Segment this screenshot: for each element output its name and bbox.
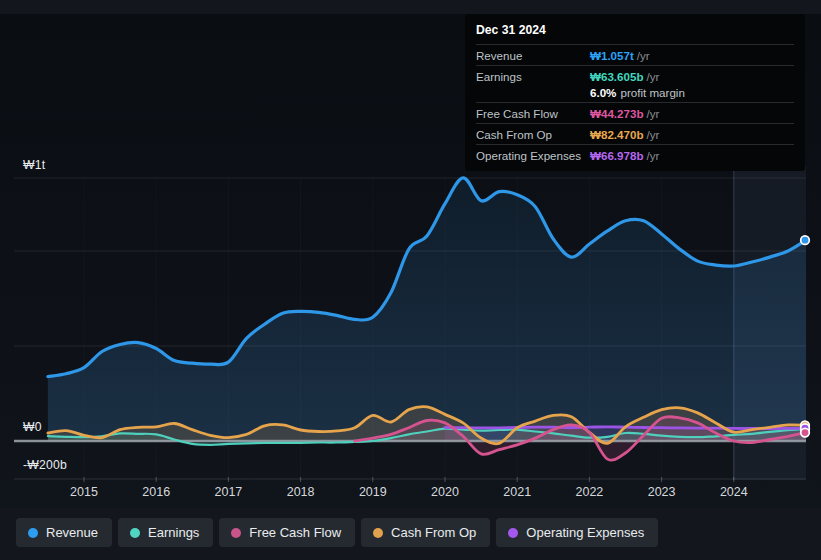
tooltip-label: Operating Expenses xyxy=(476,149,590,162)
tooltip-row-revenue: Revenue ₩1.057t/yr xyxy=(476,44,794,65)
revenue-endpoint-dot xyxy=(801,236,810,245)
tooltip-unit: /yr xyxy=(647,149,660,162)
legend-item-revenue[interactable]: Revenue xyxy=(16,518,112,547)
legend-item-operating-expenses[interactable]: Operating Expenses xyxy=(496,518,658,547)
x-axis-label-2021: 2021 xyxy=(503,485,531,499)
tooltip-date: Dec 31 2024 xyxy=(476,14,794,44)
tooltip-value: ₩44.273b/yr xyxy=(590,107,794,120)
tooltip-unit: /yr xyxy=(647,107,660,120)
legend-label: Revenue xyxy=(46,525,98,540)
tooltip-row-free-cash-flow: Free Cash Flow ₩44.273b/yr xyxy=(476,102,794,123)
tooltip-value: ₩63.605b/yr xyxy=(590,70,659,83)
x-axis-label-2020: 2020 xyxy=(431,485,459,499)
tooltip-label: Revenue xyxy=(476,49,590,62)
financials-history-screen: 2015201620172018201920202021202220232024… xyxy=(0,0,821,560)
tooltip-value: ₩82.470b/yr xyxy=(590,128,794,141)
tooltip-label: Free Cash Flow xyxy=(476,107,590,120)
profit-margin-text: profit margin xyxy=(620,86,684,99)
y-axis-label-1t: ₩1t xyxy=(23,159,45,172)
y-axis-label-zero: ₩0 xyxy=(23,421,42,434)
earnings-legend-dot-icon xyxy=(130,528,140,538)
free-cash-flow-legend-dot-icon xyxy=(231,528,241,538)
legend-item-free-cash-flow[interactable]: Free Cash Flow xyxy=(219,518,355,547)
x-axis-label-2024: 2024 xyxy=(720,485,748,499)
chart-legend: Revenue Earnings Free Cash Flow Cash Fro… xyxy=(16,518,658,547)
x-axis-label-2016: 2016 xyxy=(142,485,170,499)
tooltip-label: Cash From Op xyxy=(476,128,590,141)
tooltip-row-earnings: Earnings ₩63.605b/yr 6.0%profit margin xyxy=(476,65,794,102)
operating-expenses-legend-dot-icon xyxy=(508,528,518,538)
tooltip-value: ₩66.978b/yr xyxy=(590,149,794,162)
y-axis-label-neg200b: -₩200b xyxy=(23,459,67,472)
cash-from-op-legend-dot-icon xyxy=(373,528,383,538)
tooltip-unit: /yr xyxy=(647,70,660,83)
tooltip-label: Earnings xyxy=(476,70,590,83)
legend-label: Operating Expenses xyxy=(526,525,644,540)
legend-item-cash-from-op[interactable]: Cash From Op xyxy=(361,518,490,547)
tooltip-value: ₩1.057t/yr xyxy=(590,49,794,62)
x-axis-label-2015: 2015 xyxy=(70,485,98,499)
legend-label: Free Cash Flow xyxy=(249,525,341,540)
legend-label: Cash From Op xyxy=(391,525,476,540)
tooltip-row-operating-expenses: Operating Expenses ₩66.978b/yr xyxy=(476,144,794,165)
x-axis-label-2019: 2019 xyxy=(359,485,387,499)
x-axis-label-2022: 2022 xyxy=(575,485,603,499)
tooltip-unit: /yr xyxy=(647,128,660,141)
x-axis-label-2018: 2018 xyxy=(287,485,315,499)
revenue-legend-dot-icon xyxy=(28,528,38,538)
tooltip-row-cash-from-op: Cash From Op ₩82.470b/yr xyxy=(476,123,794,144)
legend-item-earnings[interactable]: Earnings xyxy=(118,518,213,547)
profit-margin-row: 6.0%profit margin xyxy=(590,86,794,99)
x-axis-label-2017: 2017 xyxy=(214,485,242,499)
profit-margin-value: 6.0% xyxy=(590,86,616,99)
x-axis-label-2023: 2023 xyxy=(648,485,676,499)
chart-tooltip: Dec 31 2024 Revenue ₩1.057t/yr Earnings … xyxy=(465,14,805,171)
free-cash-flow-endpoint-dot xyxy=(801,428,810,437)
legend-label: Earnings xyxy=(148,525,199,540)
tooltip-unit: /yr xyxy=(637,49,650,62)
